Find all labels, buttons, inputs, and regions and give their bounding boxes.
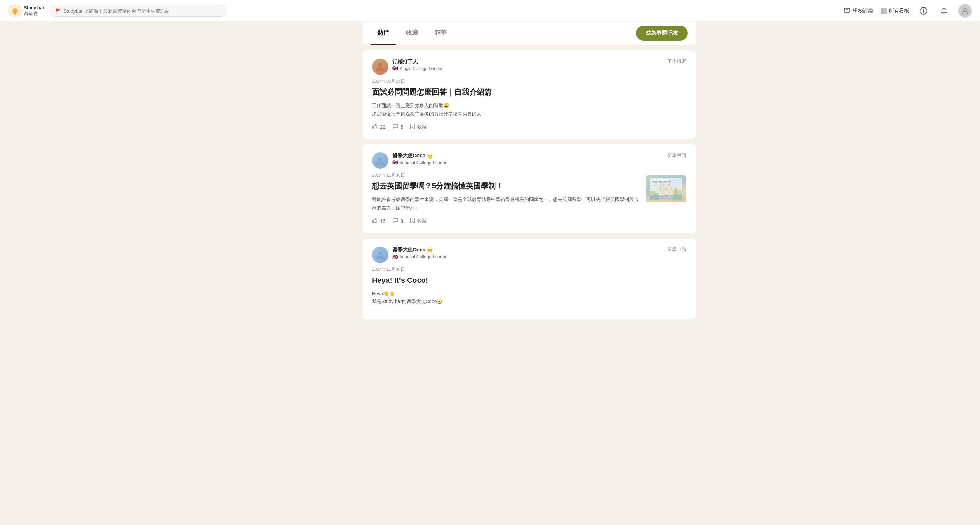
- post-card: 行銷打工人 🇬🇧 King's College London 工作職涯 2024…: [363, 50, 696, 139]
- bookmark-action[interactable]: 收藏: [410, 123, 427, 130]
- speech-bubble-icon: [392, 123, 398, 129]
- thumbs-up-icon: [372, 217, 378, 224]
- svg-text:5分鐘搞懂英國學制！: 5分鐘搞懂英國學制！: [652, 181, 671, 183]
- navbar-right: 學校評鑑 所有看板: [843, 4, 972, 18]
- like-action[interactable]: 22: [372, 123, 385, 130]
- avatar-icon: [961, 7, 969, 15]
- bookmark-label: 收藏: [417, 218, 427, 224]
- comment-icon: [392, 217, 398, 225]
- comment-count: 5: [401, 124, 403, 130]
- add-button[interactable]: [917, 5, 930, 17]
- boards-label: 所有看板: [889, 8, 909, 14]
- svg-point-19: [378, 157, 382, 161]
- svg-point-18: [378, 63, 382, 67]
- tab-collect[interactable]: 收藏: [399, 22, 425, 45]
- crown-icon: 👑: [427, 247, 433, 253]
- post-category: 留學申請: [667, 153, 686, 159]
- post-header: 留學大使Coco 👑 🇬🇧 Imperial College London: [372, 247, 447, 263]
- crown-icon: 👑: [427, 153, 433, 159]
- boards-nav[interactable]: 所有看板: [881, 8, 909, 14]
- svg-point-38: [378, 251, 382, 255]
- bookmark-icon: [410, 217, 415, 225]
- post-school: 🇬🇧 Imperial College London: [392, 159, 447, 165]
- post-username: 行銷打工人: [392, 59, 444, 65]
- post-card: 留學大使Coco 👑 🇬🇧 Imperial College London 留學…: [363, 144, 696, 233]
- post-content-with-thumbnail: 想去英國留學嗎？5分鐘搞懂英國學制！ 對於許多考慮留學的學生來說，英國一直是全球…: [372, 181, 686, 224]
- speech-bubble-icon: [392, 217, 398, 224]
- flag-icon: 🚩: [56, 8, 61, 13]
- post-date: 2024年11月06日: [372, 266, 686, 272]
- comment-action[interactable]: 5: [392, 123, 403, 130]
- like-count: 22: [380, 124, 385, 130]
- post-user-info: 留學大使Coco 👑 🇬🇧 Imperial College London: [392, 153, 447, 165]
- tab-hot[interactable]: 熱門: [371, 22, 396, 45]
- post-date: 2024年11月06日: [372, 172, 686, 178]
- bookmark-ribbon-icon: [410, 123, 415, 129]
- post-thumbnail: 5分鐘搞懂英國學制！: [646, 175, 686, 202]
- post-preview: 工作面試一路上受到太多人的幫助😄 決定慢慢把準備過程中參考的資訊分享給有需要的人…: [372, 102, 686, 118]
- search-bar[interactable]: 🚩: [50, 5, 227, 17]
- bookmark-icon: [410, 123, 415, 130]
- search-input[interactable]: [64, 8, 221, 14]
- post-header: 行銷打工人 🇬🇧 King's College London: [372, 59, 444, 75]
- post-title[interactable]: Heya! It's Coco!: [372, 275, 686, 286]
- avatar-coco2-icon: [375, 250, 385, 260]
- post-username: 留學大使Coco 👑: [392, 153, 447, 159]
- post-preview: Heya👋👋 我是Study bar的留學大使Coco🥑: [372, 290, 686, 306]
- post-category: 工作職涯: [667, 59, 686, 65]
- logo-link[interactable]: 吧 Study bar 留學吧: [8, 4, 44, 18]
- like-icon: [372, 217, 378, 225]
- avatar-coco-icon: [375, 155, 385, 166]
- thumbnail-image: 5分鐘搞懂英國學制！: [646, 175, 686, 202]
- post-category: 留學申請: [667, 247, 686, 253]
- page-wrapper: 熱門 收藏 精華 成為尊爵吧友: [0, 22, 980, 525]
- post-username: 留學大使Coco 👑: [392, 247, 447, 253]
- tabs-list: 熱門 收藏 精華: [371, 22, 456, 45]
- navbar: 吧 Study bar 留學吧 🚩 學校評鑑: [0, 0, 980, 22]
- notification-button[interactable]: [938, 5, 950, 17]
- post-actions: 16 3: [372, 217, 686, 225]
- svg-point-33: [670, 188, 672, 189]
- comment-action[interactable]: 3: [392, 217, 403, 225]
- vip-button[interactable]: 成為尊爵吧友: [636, 25, 688, 41]
- review-nav[interactable]: 學校評鑑: [843, 7, 873, 14]
- post-avatar: [372, 59, 388, 75]
- bell-icon: [940, 7, 948, 14]
- post-header: 留學大使Coco 👑 🇬🇧 Imperial College London: [372, 153, 447, 169]
- post-user-info: 留學大使Coco 👑 🇬🇧 Imperial College London: [392, 247, 447, 259]
- comment-count: 3: [401, 218, 403, 224]
- tab-featured[interactable]: 精華: [428, 22, 453, 45]
- post-date: 2024年06月13日: [372, 78, 686, 84]
- avatar-person-icon: [375, 61, 385, 72]
- svg-point-17: [964, 8, 966, 11]
- tabs-header: 熱門 收藏 精華 成為尊爵吧友: [363, 22, 696, 45]
- svg-point-34: [665, 194, 667, 195]
- like-count: 16: [380, 218, 385, 224]
- like-action[interactable]: 16: [372, 217, 385, 225]
- thumbs-up-icon: [372, 123, 378, 129]
- svg-text:吧: 吧: [14, 13, 17, 15]
- content-area: 熱門 收藏 精華 成為尊爵吧友: [363, 22, 696, 511]
- london-eye-svg: 5分鐘搞懂英國學制！: [647, 178, 685, 200]
- sidebar: [0, 22, 78, 525]
- logo-name: Study bar: [24, 5, 44, 11]
- main-content: 熱門 收藏 精華 成為尊爵吧友: [78, 22, 980, 525]
- post-user-info: 行銷打工人 🇬🇧 King's College London: [392, 59, 444, 71]
- review-label: 學校評鑑: [853, 8, 873, 14]
- bookmark-label: 收藏: [417, 124, 427, 130]
- bookmark-action[interactable]: 收藏: [410, 217, 427, 225]
- uk-flag-icon: 🇬🇧: [392, 66, 398, 71]
- post-title[interactable]: 面試必問問題怎麼回答｜自我介紹篇: [372, 87, 686, 98]
- post-content-left: 想去英國留學嗎？5分鐘搞懂英國學制！ 對於許多考慮留學的學生來說，英國一直是全球…: [372, 181, 686, 224]
- grid-icon: [881, 8, 887, 14]
- review-icon: [843, 7, 851, 14]
- post-actions: 22 5: [372, 123, 686, 130]
- post-card: 留學大使Coco 👑 🇬🇧 Imperial College London 留學…: [363, 239, 696, 320]
- post-school: 🇬🇧 Imperial College London: [392, 254, 447, 259]
- logo-tagline: 留學吧: [24, 11, 37, 16]
- svg-point-35: [660, 188, 662, 189]
- user-avatar[interactable]: [958, 4, 972, 18]
- post-title[interactable]: 想去英國留學嗎？5分鐘搞懂英國學制！: [372, 181, 686, 192]
- bookmark-ribbon-icon: [410, 217, 415, 224]
- comment-icon: [392, 123, 398, 130]
